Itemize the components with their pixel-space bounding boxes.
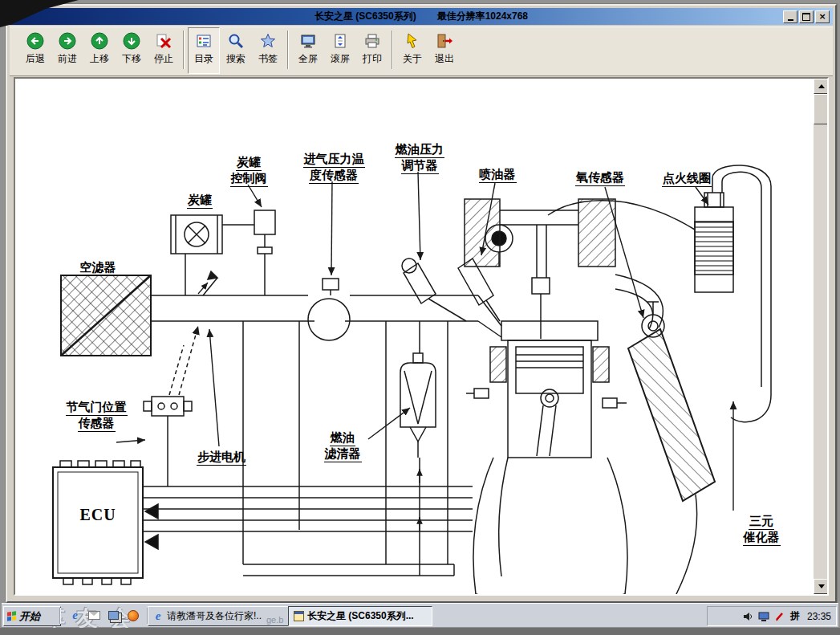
toolbar-button-stop[interactable]: 停止: [148, 27, 180, 74]
scroll-down-button[interactable]: [814, 579, 829, 594]
toolbar-label: 搜索: [226, 52, 246, 66]
taskbar-task-manual[interactable]: 长安之星 (SC6350系列...: [288, 606, 432, 626]
show-desktop-icon[interactable]: [107, 609, 120, 622]
toolbar-button-back[interactable]: 后退: [19, 27, 51, 74]
taskbar: 车友会 ge.b 开始 e e 请教潘哥及各位行家!.. 长安之星 (SC635…: [2, 603, 838, 627]
app-window: 长安之星 (SC6350系列) 最佳分辨率1024x768 × 后退 前进: [6, 4, 837, 603]
system-tray: 拼 23:35: [707, 606, 837, 626]
start-button[interactable]: 开始: [3, 606, 61, 626]
catalyst-drawing: [628, 329, 715, 594]
toolbar-label: 上移: [90, 52, 109, 66]
back-icon: [26, 31, 45, 51]
ie-icon[interactable]: e: [68, 609, 82, 622]
task-title: 请教潘哥及各位行家!..: [167, 609, 262, 623]
label-throttle-position-sensor: 节气门位置传感器: [62, 400, 131, 432]
contents-icon: [194, 31, 213, 51]
toolbar-label: 退出: [435, 52, 454, 66]
toolbar-label: 滚屏: [331, 52, 350, 66]
label-fuel-pressure-regulator: 燃油压力调节器: [392, 142, 447, 174]
search-icon: [226, 31, 246, 51]
toolbar-label: 全屏: [298, 52, 318, 66]
watermark-fragment: ge.b: [266, 615, 283, 625]
help-book-icon: [293, 611, 304, 622]
vertical-scrollbar[interactable]: [814, 79, 827, 594]
about-pointer-icon: [403, 31, 422, 51]
close-icon: ×: [818, 13, 826, 21]
fullscreen-monitor-icon: [298, 31, 318, 51]
exit-door-icon: [435, 31, 454, 51]
quick-launch: e: [58, 607, 150, 624]
pen-icon[interactable]: [774, 610, 786, 622]
bookmark-star-icon: [258, 31, 278, 51]
window-subtitle: 最佳分辨率1024x768: [437, 10, 528, 23]
toolbar-label: 后退: [26, 52, 45, 66]
titlebar: 长安之星 (SC6350系列) 最佳分辨率1024x768 ×: [10, 8, 833, 25]
toolbar-button-search[interactable]: 搜索: [220, 27, 252, 74]
ie-icon: e: [152, 611, 164, 622]
scroll-up-button[interactable]: [814, 79, 829, 94]
mail-icon[interactable]: [87, 609, 101, 622]
toolbar-button-fullscreen[interactable]: 全屏: [292, 27, 324, 74]
toolbar-button-contents[interactable]: 目录: [188, 27, 220, 74]
toolbar-separator: [183, 31, 185, 69]
windows-flag-icon: [7, 611, 16, 621]
scrollbar-thumb[interactable]: [814, 94, 829, 124]
label-intake-pressure-temp-sensor: 进气压力温度传感器: [299, 152, 368, 184]
window-title: 长安之星 (SC6350系列): [314, 10, 416, 23]
toolbar-button-about[interactable]: 关于: [396, 27, 428, 74]
engine-block-drawing: [465, 199, 627, 594]
scroll-down-icon: [818, 584, 825, 588]
label-catalytic-converter: 三元催化器: [734, 514, 789, 546]
toolbar-separator: [392, 31, 393, 69]
minimize-icon: [788, 19, 793, 21]
screen-edge: [0, 628, 840, 635]
label-oxygen-sensor: 氧传感器: [572, 170, 628, 186]
desktop-screen: 长安之星 (SC6350系列) 最佳分辨率1024x768 × 后退 前进: [0, 0, 840, 635]
air-filter-drawing: [61, 275, 151, 356]
toolbar-button-forward[interactable]: 前进: [51, 27, 83, 74]
maximize-icon: [802, 13, 810, 21]
label-canister: 炭罐: [182, 193, 217, 209]
document-view: 炭罐控制阀 进气压力温度传感器 燃油压力调节器 喷油器 氧传感器 点火线圈: [14, 77, 829, 596]
media-player-icon[interactable]: [126, 609, 140, 622]
label-ecu: ECU: [68, 507, 128, 523]
toolbar-button-print[interactable]: 打印: [356, 27, 388, 74]
toolbar-label: 停止: [154, 52, 173, 66]
forward-icon: [58, 31, 77, 51]
minimize-button[interactable]: [783, 10, 797, 23]
regulator-drawing: [402, 258, 466, 321]
up-icon: [90, 31, 109, 51]
canister-valve-drawing: [254, 210, 275, 295]
task-title: 长安之星 (SC6350系列...: [307, 609, 414, 623]
toolbar-button-bookmark[interactable]: 书签: [252, 27, 284, 74]
display-settings-icon[interactable]: [758, 610, 770, 622]
toolbar: 后退 前进 上移 下移: [10, 26, 833, 76]
close-button[interactable]: ×: [815, 10, 830, 23]
stop-icon: [154, 31, 173, 51]
clock: 23:35: [807, 611, 831, 622]
down-icon: [122, 31, 141, 51]
maximize-button[interactable]: [799, 10, 814, 23]
label-canister-control-valve: 炭罐控制阀: [222, 155, 275, 187]
scroll-page-icon: [331, 31, 350, 51]
label-stepper-motor: 步进电机: [193, 450, 250, 466]
toolbar-button-move-up[interactable]: 上移: [83, 27, 116, 74]
toolbar-button-exit[interactable]: 退出: [428, 27, 461, 74]
window-controls: ×: [783, 10, 830, 23]
toolbar-label: 打印: [363, 52, 382, 66]
toolbar-button-move-down[interactable]: 下移: [116, 27, 148, 74]
toolbar-label: 书签: [258, 52, 278, 66]
toolbar-label: 下移: [122, 52, 141, 66]
scroll-up-icon: [818, 84, 825, 88]
tps-drawing: [144, 326, 198, 486]
volume-icon[interactable]: [742, 610, 754, 622]
ime-indicator[interactable]: 拼: [790, 609, 800, 623]
toolbar-separator: [287, 31, 289, 69]
toolbar-button-scroll[interactable]: 滚屏: [324, 27, 356, 74]
label-air-filter: 空滤器: [75, 260, 121, 276]
start-label: 开始: [19, 609, 40, 624]
toolbar-label: 前进: [58, 52, 77, 66]
fuel-filter-drawing: [400, 321, 436, 576]
engine-diagram: 炭罐控制阀 进气压力温度传感器 燃油压力调节器 喷油器 氧传感器 点火线圈: [17, 80, 806, 594]
label-ignition-coil: 点火线圈: [659, 171, 715, 187]
